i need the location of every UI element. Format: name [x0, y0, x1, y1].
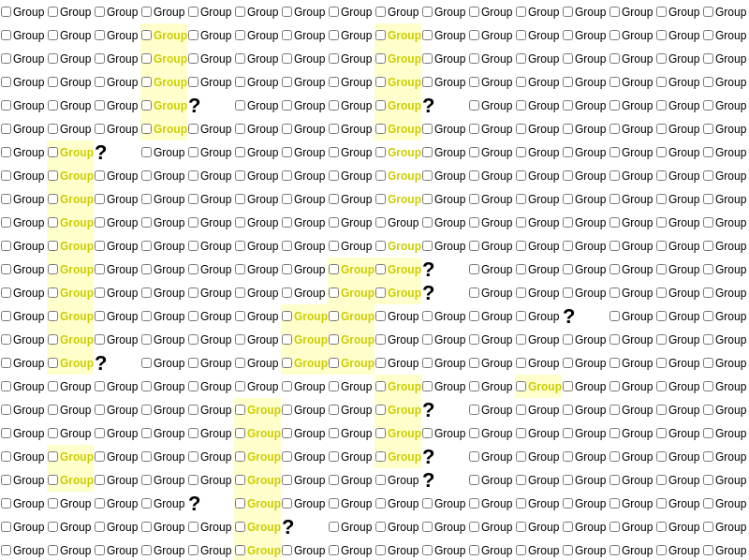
group-checkbox[interactable]	[563, 30, 573, 40]
group-checkbox[interactable]	[656, 53, 667, 64]
group-checkbox[interactable]	[329, 498, 339, 508]
group-checkbox[interactable]	[95, 498, 105, 508]
group-checkbox[interactable]	[703, 428, 713, 438]
group-checkbox[interactable]	[422, 545, 433, 555]
group-checkbox[interactable]	[563, 475, 573, 485]
group-checkbox[interactable]	[563, 381, 573, 391]
group-checkbox[interactable]	[563, 545, 573, 555]
group-checkbox[interactable]	[656, 287, 667, 298]
group-checkbox[interactable]	[656, 405, 667, 415]
group-checkbox[interactable]	[1, 381, 11, 391]
group-checkbox[interactable]	[95, 217, 105, 228]
group-checkbox[interactable]	[329, 428, 339, 438]
group-checkbox[interactable]	[375, 381, 386, 391]
group-checkbox[interactable]	[141, 381, 152, 391]
group-checkbox[interactable]	[609, 147, 620, 157]
group-checkbox[interactable]	[235, 522, 245, 532]
group-checkbox[interactable]	[703, 311, 713, 321]
group-checkbox[interactable]	[188, 53, 198, 64]
group-checkbox[interactable]	[703, 405, 713, 415]
group-checkbox[interactable]	[235, 30, 245, 40]
group-checkbox[interactable]	[188, 334, 198, 345]
group-checkbox[interactable]	[656, 77, 667, 87]
group-checkbox[interactable]	[469, 358, 479, 368]
group-checkbox[interactable]	[48, 194, 58, 204]
group-checkbox[interactable]	[329, 30, 339, 40]
group-checkbox[interactable]	[656, 7, 667, 17]
group-checkbox[interactable]	[141, 241, 152, 251]
group-checkbox[interactable]	[656, 170, 667, 181]
group-checkbox[interactable]	[329, 381, 339, 391]
group-checkbox[interactable]	[235, 334, 245, 345]
group-checkbox[interactable]	[141, 287, 152, 298]
group-checkbox[interactable]	[516, 381, 526, 391]
group-checkbox[interactable]	[469, 194, 479, 204]
group-checkbox[interactable]	[1, 545, 11, 555]
group-checkbox[interactable]	[188, 475, 198, 485]
group-checkbox[interactable]	[95, 7, 105, 17]
group-checkbox[interactable]	[422, 381, 433, 391]
group-checkbox[interactable]	[656, 428, 667, 438]
group-checkbox[interactable]	[422, 147, 433, 157]
group-checkbox[interactable]	[563, 53, 573, 64]
group-checkbox[interactable]	[235, 311, 245, 321]
group-checkbox[interactable]	[469, 451, 479, 462]
group-checkbox[interactable]	[188, 7, 198, 17]
group-checkbox[interactable]	[609, 311, 620, 321]
group-checkbox[interactable]	[703, 545, 713, 555]
group-checkbox[interactable]	[95, 124, 105, 134]
group-checkbox[interactable]	[235, 194, 245, 204]
group-checkbox[interactable]	[95, 77, 105, 87]
group-checkbox[interactable]	[563, 217, 573, 228]
group-checkbox[interactable]	[609, 475, 620, 485]
group-checkbox[interactable]	[48, 451, 58, 462]
group-checkbox[interactable]	[141, 405, 152, 415]
group-checkbox[interactable]	[563, 77, 573, 87]
group-checkbox[interactable]	[235, 77, 245, 87]
group-checkbox[interactable]	[95, 405, 105, 415]
group-checkbox[interactable]	[703, 287, 713, 298]
group-checkbox[interactable]	[609, 428, 620, 438]
group-checkbox[interactable]	[656, 241, 667, 251]
group-checkbox[interactable]	[282, 77, 292, 87]
group-checkbox[interactable]	[282, 287, 292, 298]
group-checkbox[interactable]	[609, 498, 620, 508]
group-checkbox[interactable]	[95, 334, 105, 345]
group-checkbox[interactable]	[516, 264, 526, 274]
group-checkbox[interactable]	[703, 124, 713, 134]
group-checkbox[interactable]	[516, 428, 526, 438]
group-checkbox[interactable]	[1, 124, 11, 134]
group-checkbox[interactable]	[469, 522, 479, 532]
group-checkbox[interactable]	[329, 194, 339, 204]
group-checkbox[interactable]	[95, 287, 105, 298]
group-checkbox[interactable]	[282, 428, 292, 438]
group-checkbox[interactable]	[95, 194, 105, 204]
group-checkbox[interactable]	[563, 194, 573, 204]
group-checkbox[interactable]	[188, 30, 198, 40]
group-checkbox[interactable]	[375, 241, 386, 251]
group-checkbox[interactable]	[95, 30, 105, 40]
group-checkbox[interactable]	[703, 77, 713, 87]
group-checkbox[interactable]	[516, 100, 526, 111]
group-checkbox[interactable]	[563, 405, 573, 415]
group-checkbox[interactable]	[282, 264, 292, 274]
group-checkbox[interactable]	[609, 381, 620, 391]
group-checkbox[interactable]	[563, 147, 573, 157]
group-checkbox[interactable]	[703, 100, 713, 111]
group-checkbox[interactable]	[188, 217, 198, 228]
group-checkbox[interactable]	[656, 381, 667, 391]
group-checkbox[interactable]	[188, 194, 198, 204]
group-checkbox[interactable]	[95, 545, 105, 555]
group-checkbox[interactable]	[703, 194, 713, 204]
group-checkbox[interactable]	[516, 53, 526, 64]
group-checkbox[interactable]	[469, 147, 479, 157]
group-checkbox[interactable]	[1, 30, 11, 40]
group-checkbox[interactable]	[469, 264, 479, 274]
group-checkbox[interactable]	[329, 264, 339, 274]
group-checkbox[interactable]	[1, 100, 11, 111]
group-checkbox[interactable]	[703, 358, 713, 368]
group-checkbox[interactable]	[141, 264, 152, 274]
group-checkbox[interactable]	[703, 241, 713, 251]
group-checkbox[interactable]	[141, 358, 152, 368]
group-checkbox[interactable]	[469, 334, 479, 345]
